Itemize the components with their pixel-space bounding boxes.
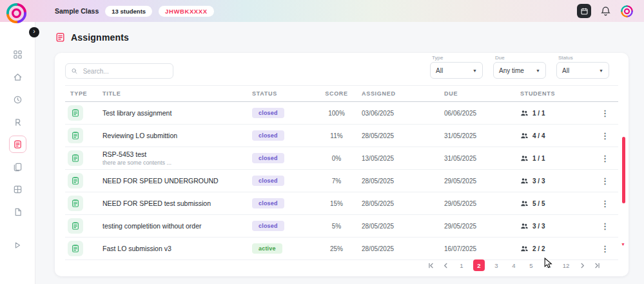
students-count: 3 / 3 [532,178,545,185]
search-box[interactable] [65,63,173,79]
students-count: 3 / 3 [532,223,545,230]
score-value: 5% [311,223,362,230]
assignment-title: Test library assignment [102,109,252,117]
table-row[interactable]: Test library assignmentclosed100%03/06/2… [65,102,618,125]
page-button[interactable]: 1 [456,259,467,271]
prev-page-button[interactable] [441,261,450,270]
students-icon [520,177,529,185]
avatar-logo[interactable] [620,5,634,18]
table-row[interactable]: NEED FOR SPEED test submissionclosed15%2… [65,192,618,215]
table-row[interactable]: Fast LO submission v3active25%28/05/2025… [65,238,618,260]
status-filter-label: Status [558,55,573,61]
grid-icon [13,50,23,59]
assignment-type-badge [68,241,83,256]
table-scrollbar[interactable]: ▼ [622,137,625,244]
app-logo-icon [5,2,28,25]
table-row[interactable]: Reviewing LO submittionclosed11%28/05/20… [65,125,618,147]
due-date: 29/05/2025 [444,178,520,185]
sidebar-item-library[interactable] [12,161,23,172]
bell-icon[interactable] [600,6,611,17]
pagination: 1 2 3 4 5 ... 12 [426,259,601,271]
calendar-button[interactable] [577,4,591,18]
scrollbar-down-arrow-icon[interactable]: ▼ [621,242,625,247]
assignment-type-badge [68,105,83,121]
header-assigned: ASSIGNED [362,90,444,97]
assigned-date: 28/05/2025 [362,223,444,230]
assigned-date: 28/05/2025 [362,132,444,139]
search-input[interactable] [82,67,168,76]
table-body: Test library assignmentclosed100%03/06/2… [65,102,618,260]
students-icon [520,222,529,230]
students-count: 1 / 1 [532,110,545,117]
assigned-date: 28/05/2025 [362,245,444,252]
row-menu-button[interactable]: ⋮ [596,198,614,210]
assignment-subtitle: there are some contents ... [102,159,252,166]
next-page-button[interactable] [578,261,587,270]
sidebar-item-dashboard[interactable] [12,49,23,59]
assignment-title: RSP-5453 test [102,150,252,158]
assignment-title: testing completition without order [102,222,252,230]
students-count: 2 / 2 [532,245,545,252]
due-date: 31/05/2025 [444,132,520,139]
due-date: 29/05/2025 [444,223,520,230]
calendar-icon [580,7,589,15]
due-date: 16/07/2025 [444,245,520,252]
sidebar-item-launch[interactable] [12,240,23,250]
status-filter-select[interactable]: Status All ▼ [556,62,609,79]
play-icon [13,241,22,250]
row-menu-button[interactable]: ⋮ [596,107,614,119]
row-menu-button[interactable]: ⋮ [596,175,614,187]
last-page-button[interactable] [592,261,601,270]
table-row[interactable]: NEED FOR SPEED UNDERGROUNDclosed7%28/05/… [65,170,618,192]
row-menu-button[interactable]: ⋮ [596,130,614,142]
row-menu-button[interactable]: ⋮ [596,220,614,232]
sidebar-item-assignments[interactable] [9,136,26,153]
assignment-type-icon [71,176,80,185]
assignment-type-icon [71,199,80,208]
chevron-down-icon: ▼ [599,68,603,73]
assignment-title: Fast LO submission v3 [102,245,252,252]
type-filter-select[interactable]: Type All ▼ [430,62,483,79]
page-button[interactable]: 2 [473,259,485,271]
table-row[interactable]: RSP-5453 testthere are some contents ...… [65,147,618,170]
status-badge: closed [252,130,284,141]
page-button[interactable]: 12 [560,259,572,271]
due-filter-select[interactable]: Due Any time ▼ [493,62,546,79]
sidebar-item-home[interactable] [12,72,23,82]
students-count-badge: 13 students [105,6,152,17]
students-icon [520,109,529,117]
status-badge: closed [252,221,284,231]
header-due: DUE [444,90,520,97]
row-menu-button[interactable]: ⋮ [596,152,614,165]
class-code-badge: JHWBKXXXX [159,6,214,17]
sidebar-item-apps[interactable] [12,184,23,194]
first-page-button[interactable] [426,261,435,270]
due-filter-label: Due [495,55,505,61]
status-badge: closed [252,176,284,186]
apps-icon [13,185,23,194]
score-value: 11% [311,132,362,139]
library-icon [13,162,23,172]
due-date: 29/05/2025 [444,200,520,207]
table-row[interactable]: testing completition without orderclosed… [65,215,618,238]
assignment-type-badge [68,150,83,166]
page-button[interactable]: 5 [525,259,537,271]
page-ellipsis: ... [543,259,554,271]
assignment-type-badge [68,128,83,143]
type-filter-label: Type [432,55,443,61]
score-value: 100% [311,110,362,117]
sidebar-collapse-button[interactable]: › [29,27,39,37]
sidebar-item-documents[interactable] [12,207,23,217]
scrollbar-thumb[interactable] [622,137,625,203]
row-menu-button[interactable]: ⋮ [596,243,614,255]
assignment-type-icon [71,221,80,230]
sidebar-item-history[interactable] [12,94,23,105]
page-button[interactable]: 4 [508,259,520,271]
header-score: SCORE [311,90,362,97]
clock-icon [13,95,23,105]
status-badge: closed [252,198,284,208]
page-button[interactable]: 3 [491,259,502,271]
students-count: 4 / 4 [532,132,545,139]
sidebar-item-reports[interactable] [12,117,23,127]
page-title: Assignments [71,32,129,43]
